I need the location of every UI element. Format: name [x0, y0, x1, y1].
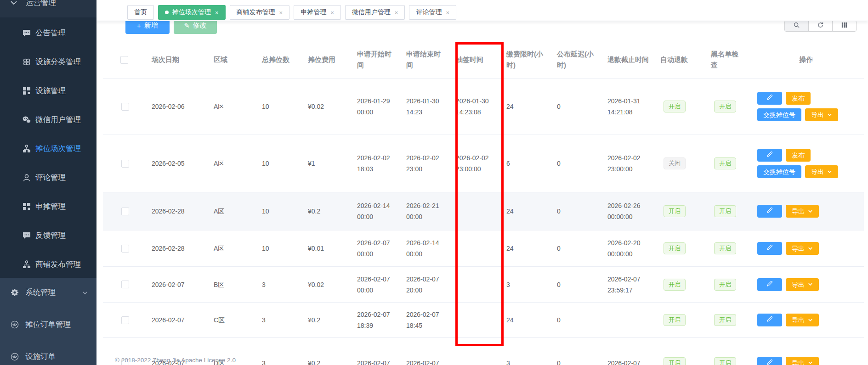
sidebar-item-label: 设施管理 — [35, 86, 66, 96]
close-icon[interactable]: × — [215, 10, 219, 16]
sidebar-item-评论管理[interactable]: 评论管理 — [0, 163, 96, 192]
edit-button[interactable] — [757, 278, 782, 291]
edit-button[interactable] — [757, 314, 782, 326]
column-header-摊位费用: 摊位费用 — [303, 41, 352, 79]
cell-auto-refund: 开启 — [656, 79, 706, 135]
cell-apply_start: 2026-02-07 00:00 — [352, 267, 402, 303]
edit-button[interactable] — [757, 357, 782, 365]
toolbar-search-button[interactable] — [784, 20, 809, 32]
sidebar-item-申摊管理[interactable]: 申摊管理 — [0, 192, 96, 221]
row-checkbox[interactable] — [121, 245, 129, 253]
cell-draw_time — [451, 192, 502, 230]
export-dropdown-button[interactable]: 导出 — [805, 108, 838, 121]
table-row: 2026-02-28A区10¥0.012026-02-07 00:002026-… — [103, 230, 864, 267]
monitor-icon — [10, 352, 19, 361]
cell-area: A区 — [209, 79, 257, 135]
export-label: 导出 — [792, 206, 805, 217]
tab-申摊管理[interactable]: 申摊管理× — [294, 5, 341, 20]
sidebar-item-微信用户管理[interactable]: 微信用户管理 — [0, 105, 96, 134]
sidebar-item-设施订单[interactable]: 设施订单 — [0, 341, 96, 365]
column-header-公布延迟(小时): 公布延迟(小时) — [552, 41, 603, 79]
tab-label: 微信用户管理 — [352, 8, 391, 17]
caret-down-icon — [808, 360, 813, 365]
cell-date: 2026-02-28 — [147, 192, 209, 230]
sidebar-item-设施分类管理[interactable]: 设施分类管理 — [0, 47, 96, 76]
cell-blacklist-check: 开启 — [706, 267, 750, 303]
row-checkbox[interactable] — [121, 160, 129, 168]
sidebar-item-反馈管理[interactable]: 反馈管理 — [0, 221, 96, 250]
pencil-icon — [766, 206, 773, 217]
export-dropdown-button[interactable]: 导出 — [786, 314, 819, 326]
tab-首页[interactable]: 首页 — [127, 5, 154, 20]
close-icon[interactable]: × — [395, 10, 398, 16]
cell-apply_start: 2026-02-14 00:00 — [352, 192, 402, 230]
sidebar-item-设施管理[interactable]: 设施管理 — [0, 76, 96, 105]
edit-button[interactable] — [757, 205, 782, 218]
cell-apply_end: 2026-01-30 14:23 — [402, 79, 451, 135]
swap-stall-button[interactable]: 交换摊位号 — [757, 108, 801, 121]
edit-button[interactable] — [757, 242, 782, 255]
cell-auto-refund: 开启 — [656, 303, 706, 338]
toolbar-refresh-button[interactable] — [808, 20, 833, 32]
export-dropdown-button[interactable]: 导出 — [805, 165, 838, 178]
pencil-icon — [766, 358, 773, 365]
column-header-操作: 操作 — [750, 41, 864, 79]
column-header-申请开始时间: 申请开始时间 — [352, 41, 402, 79]
select-all-checkbox[interactable] — [120, 56, 128, 64]
edit-button[interactable] — [757, 149, 782, 162]
row-checkbox[interactable] — [121, 103, 129, 111]
sidebar-item-商铺发布管理[interactable]: 商铺发布管理 — [0, 250, 96, 278]
cell-date: 2026-02-06 — [147, 79, 209, 135]
cell-publish_delay: 0 — [552, 338, 603, 365]
row-actions: 导出 — [757, 314, 851, 326]
cell-actions: 导出 — [750, 267, 864, 303]
cell-publish_delay: 0 — [552, 192, 603, 230]
column-header-抽签时间: 抽签时间 — [451, 41, 502, 79]
tree-icon — [22, 144, 31, 153]
cell-draw_time — [451, 267, 502, 303]
sidebar-item-公告管理[interactable]: 公告管理 — [0, 18, 96, 47]
cell-publish_delay: 0 — [552, 303, 603, 338]
sidebar-parent-item[interactable]: 运营管理 — [0, 0, 96, 17]
tab-摊位场次管理[interactable]: 摊位场次管理× — [158, 5, 226, 20]
close-icon[interactable]: × — [330, 10, 334, 16]
row-checkbox[interactable] — [121, 316, 129, 324]
sidebar-item-系统管理[interactable]: 系统管理 — [0, 276, 96, 309]
sidebar-item-摊位场次管理[interactable]: 摊位场次管理 — [0, 134, 96, 163]
cell-date: 2026-02-05 — [147, 135, 209, 192]
tab-评论管理[interactable]: 评论管理× — [409, 5, 456, 20]
export-dropdown-button[interactable]: 导出 — [786, 278, 819, 291]
close-icon[interactable]: × — [446, 10, 449, 16]
column-header-黑名单检查: 黑名单检查 — [706, 41, 750, 79]
sidebar-item-label: 申摊管理 — [35, 202, 66, 212]
export-dropdown-button[interactable]: 导出 — [786, 357, 819, 365]
swap-stall-button[interactable]: 交换摊位号 — [757, 165, 801, 178]
sidebar-item-摊位订单管理[interactable]: 摊位订单管理 — [0, 309, 96, 341]
refresh-icon — [817, 22, 824, 30]
edit-button[interactable] — [757, 92, 782, 105]
sidebar-item-label: 设施分类管理 — [35, 57, 81, 67]
close-icon[interactable]: × — [279, 10, 283, 16]
publish-button[interactable]: 发布 — [786, 149, 811, 162]
toolbar-grid-columns-button[interactable] — [832, 20, 857, 32]
sessions-table: 场次日期区域总摊位数摊位费用申请开始时间申请结束时间抽签时间缴费限时(小时)公布… — [103, 41, 864, 365]
cell-draw_time: 2026-02-02 23:00:00 — [451, 135, 502, 192]
cell-auto-refund: 开启 — [656, 267, 706, 303]
cell-total: 3 — [257, 303, 303, 338]
cell-publish_delay: 0 — [552, 135, 603, 192]
export-dropdown-button[interactable]: 导出 — [786, 205, 819, 218]
row-actions: 导出 — [757, 357, 851, 365]
sidebar-item-label: 系统管理 — [25, 287, 56, 298]
publish-button[interactable]: 发布 — [786, 92, 811, 105]
row-select-cell — [103, 230, 147, 267]
comment-icon — [22, 28, 31, 38]
cell-draw_time — [451, 303, 502, 338]
sidebar-item-label: 微信用户管理 — [35, 115, 81, 125]
cell-apply_start: 2026-01-29 00:00 — [352, 79, 402, 135]
row-checkbox[interactable] — [121, 281, 129, 288]
row-checkbox[interactable] — [121, 208, 129, 215]
export-dropdown-button[interactable]: 导出 — [786, 242, 819, 255]
auto-refund-status-badge: 关闭 — [664, 157, 686, 169]
tab-商铺发布管理[interactable]: 商铺发布管理× — [230, 5, 290, 20]
tab-微信用户管理[interactable]: 微信用户管理× — [345, 5, 405, 20]
